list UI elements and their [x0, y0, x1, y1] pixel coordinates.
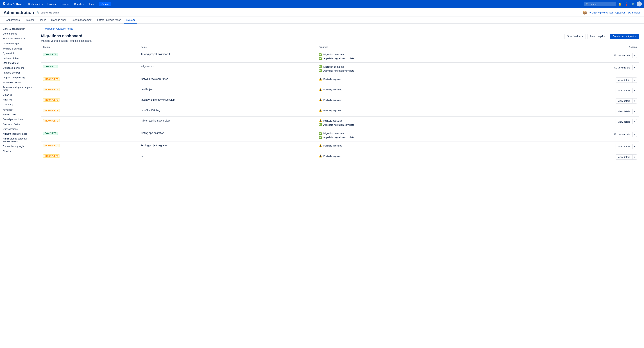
sidebar-item-clean-up[interactable]: Clean up — [0, 92, 36, 97]
action-button[interactable]: View details▾ — [616, 98, 637, 103]
topnav-item-plans[interactable]: Plans▾ — [86, 2, 98, 6]
sidebar-item-authentication-methods[interactable]: Authentication methods — [0, 131, 36, 136]
avatar[interactable] — [637, 1, 642, 6]
sidebar-item-dark-features[interactable]: Dark features — [0, 31, 36, 36]
topnav-item-dashboards[interactable]: Dashboards▾ — [26, 2, 45, 6]
progress-text: App data migration complete — [323, 123, 354, 126]
action-button[interactable]: View details▾ — [616, 88, 637, 93]
table-col-name: Name — [138, 44, 316, 50]
tab-latest-upgrade-report[interactable]: Latest upgrade report — [95, 17, 124, 23]
action-button-chevron-icon: ▾ — [633, 132, 636, 136]
sidebar-item-global-permissions[interactable]: Global permissions — [0, 117, 36, 122]
help-button[interactable]: ❓ — [624, 1, 629, 7]
progress-text: Partially migrated — [323, 78, 342, 80]
status-badge: COMPLETE — [43, 132, 58, 135]
sidebar: General configurationDark featuresFind m… — [0, 23, 36, 348]
progress-text: App data migration complete — [323, 136, 354, 139]
action-button-chevron-icon: ▾ — [633, 78, 636, 82]
tab-projects[interactable]: Projects — [22, 17, 36, 23]
sidebar-item-general-configuration[interactable]: General configuration — [0, 26, 36, 31]
action-button[interactable]: View details▾ — [616, 109, 637, 114]
table-cell-name: ... — [138, 152, 316, 162]
topnav-item-projects[interactable]: Projects▾ — [45, 2, 59, 6]
search-input[interactable] — [590, 3, 615, 5]
table-cell-progress: ⚠️Partially migrated — [316, 96, 502, 106]
sidebar-item-logging-and-profiling[interactable]: Logging and profiling — [0, 75, 36, 80]
give-feedback-button[interactable]: Give feedback — [564, 34, 586, 39]
table-cell-progress: ✅Migration complete✅App data migration c… — [316, 62, 502, 75]
sidebar-item-system-info[interactable]: System info — [0, 51, 36, 56]
action-button[interactable]: Go to cloud site▾ — [612, 132, 637, 137]
sidebar-item-project-roles[interactable]: Project roles — [0, 112, 36, 117]
tab-manage-apps[interactable]: Manage apps — [49, 17, 69, 23]
sidebar-item-find-more-admin-tools[interactable]: Find more admin tools — [0, 36, 36, 41]
sidebar-item-audit-log[interactable]: Audit log — [0, 97, 36, 102]
search-container[interactable]: 🔍 — [584, 2, 616, 6]
tab-system[interactable]: System — [124, 17, 137, 23]
progress-item: ✅App data migration complete — [319, 69, 500, 72]
sidebar-item-remember-my-login[interactable]: Remember my login — [0, 144, 36, 149]
back-nav[interactable]: ← Migration Assistant home — [41, 27, 639, 30]
progress-item: ⚠️Partially migrated — [319, 77, 500, 81]
sidebar-item-jmx-monitoring[interactable]: JMX Monitoring — [0, 60, 36, 65]
create-button[interactable]: Create — [99, 2, 111, 6]
sidebar-item-jira-mobile-app[interactable]: Jira mobile app — [0, 41, 36, 46]
topnav-item-issues[interactable]: Issues▾ — [60, 2, 72, 6]
table-cell-progress: ✅Migration complete✅App data migration c… — [316, 129, 502, 141]
sidebar-item-instrumentation[interactable]: Instrumentation — [0, 56, 36, 60]
table-cell-name: Atiwari testing new project — [138, 117, 316, 129]
sidebar-item-user-sessions[interactable]: User sessions — [0, 127, 36, 131]
table-cell-status: INCOMPLETE — [41, 152, 138, 162]
action-button[interactable]: View details▾ — [616, 154, 637, 160]
sidebar-item-password-policy[interactable]: Password Policy — [0, 122, 36, 127]
check-icon: ✅ — [319, 57, 322, 60]
progress-text: App data migration complete — [323, 57, 354, 60]
table-cell-actions: Go to cloud site▾ — [502, 62, 639, 75]
chevron-down-icon: ▾ — [83, 3, 84, 5]
action-button-chevron-icon: ▾ — [633, 53, 636, 57]
notifications-button[interactable]: 🔔 — [618, 1, 623, 7]
chevron-down-icon: ▾ — [42, 3, 43, 5]
tab-applications[interactable]: Applications — [4, 17, 22, 23]
sidebar-item-integrity-checker[interactable]: Integrity checker — [0, 70, 36, 75]
action-button[interactable]: View details▾ — [616, 77, 637, 83]
progress-item: ⚠️Partially migrated — [319, 88, 500, 91]
admin-search-icon: 🔍 — [36, 11, 40, 14]
sidebar-item-clustering[interactable]: Clustering — [0, 102, 36, 107]
table-cell-name: Testing project migration 1 — [138, 50, 316, 62]
sidebar-section-security: SECURITY — [0, 107, 36, 112]
table-cell-progress: ⚠️Partially migrated✅App data migration … — [316, 117, 502, 129]
action-button[interactable]: View details▾ — [616, 144, 637, 149]
admin-search-bar[interactable]: 🔍 Search Jira admin — [36, 11, 59, 14]
settings-button[interactable]: ⚙️ — [630, 1, 636, 7]
action-button-chevron-icon: ▾ — [633, 109, 636, 114]
check-icon: ✅ — [319, 69, 322, 72]
svg-point-0 — [4, 3, 5, 4]
action-button[interactable]: View details▾ — [616, 119, 637, 124]
topnav-nav-items: Dashboards▾Projects▾Issues▾Boards▾Plans▾ — [26, 2, 97, 6]
admin-title: Administration — [4, 10, 34, 15]
sidebar-item-administering-personal-access-tokens[interactable]: Administering personal access tokens — [0, 136, 36, 144]
topnav-item-boards[interactable]: Boards▾ — [72, 2, 86, 6]
logo[interactable]: Jira Software — [2, 2, 24, 6]
sidebar-item-database-monitoring[interactable]: Database monitoring — [0, 65, 36, 70]
status-badge: INCOMPLETE — [43, 119, 60, 122]
need-help-button[interactable]: Need help? ▾ — [588, 34, 608, 39]
sidebar-item-troubleshooting-and-support-tools[interactable]: Troubleshooting and support tools — [0, 85, 36, 92]
sidebar-item-scheduler-details[interactable]: Scheduler details — [0, 80, 36, 85]
status-badge: INCOMPLETE — [43, 88, 60, 91]
table-col-actions: Actions — [502, 44, 639, 50]
back-to-project-link[interactable]: ↩ Back to project: Test Project from new… — [589, 11, 640, 14]
tab-issues[interactable]: Issues — [36, 17, 48, 23]
table-cell-actions: View details▾ — [502, 85, 639, 96]
table-cell-progress: ⚠️Partially migrated — [316, 75, 502, 85]
search-icon: 🔍 — [586, 3, 588, 5]
tab-user-management[interactable]: User management — [69, 17, 94, 23]
action-button[interactable]: Go to cloud site▾ — [612, 53, 637, 58]
status-badge: INCOMPLETE — [43, 77, 60, 81]
action-button[interactable]: Go to cloud site▾ — [612, 65, 637, 70]
status-badge: INCOMPLETE — [43, 144, 60, 147]
action-button-label: Go to cloud site — [612, 53, 633, 58]
sidebar-item-allowlist[interactable]: Allowlist — [0, 149, 36, 153]
create-migration-button[interactable]: Create new migration — [610, 34, 639, 39]
